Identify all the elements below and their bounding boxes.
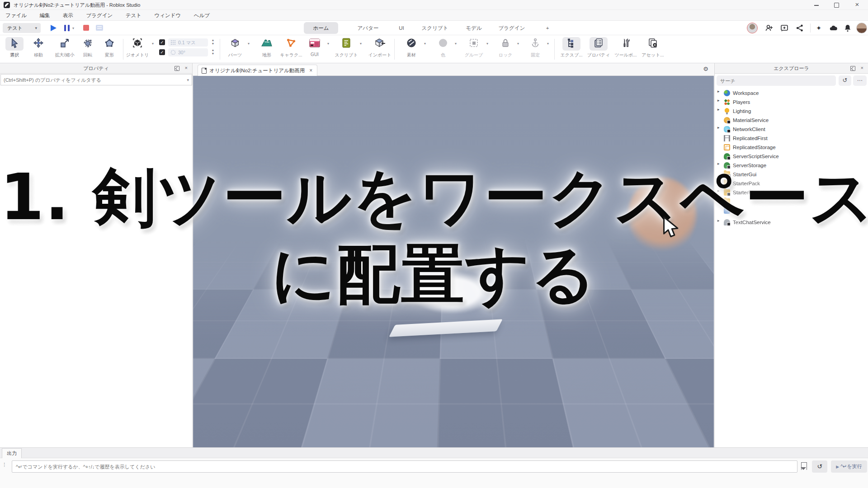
toggle-properties[interactable]: プロパティ [586,37,611,58]
tree-item-materialservice[interactable]: MaterialService [717,116,867,125]
test-mode-dropdown[interactable]: テスト ▾ [3,23,41,33]
menu-test[interactable]: テスト [120,10,147,21]
properties-filter-input[interactable] [1,75,192,85]
tool-terrain[interactable]: 地形 [254,37,279,58]
snap-rotate-stepper[interactable]: ▲▼ [211,48,215,56]
explorer-search-input[interactable] [717,75,836,86]
expand-arrow-icon[interactable]: ▸ [717,125,720,130]
geometry-chevron-down-icon[interactable]: ▾ [152,42,154,46]
record-avatar-icon[interactable] [747,23,758,33]
snap-move-checkbox[interactable]: ✓ [159,39,165,45]
script-chevron-down-icon[interactable]: ▾ [360,42,362,46]
tree-item-networkclient[interactable]: ▸ NetworkClient [717,125,867,134]
viewport-tab[interactable]: オリジナル剣No2:チュートリアル動画用 × [198,65,317,76]
output-tab[interactable]: 出力 [2,448,22,458]
tool-gui[interactable]: GUI [302,37,327,57]
notifications-bell-icon[interactable] [844,24,852,32]
ribbon-tab-script[interactable]: スクリプト [419,22,451,34]
command-input-box[interactable] [12,460,797,473]
tool-scale[interactable]: 拡大/縮小 [52,37,77,58]
tool-geometry[interactable]: ジオメトリ [125,37,150,58]
minimize-button[interactable] [807,0,826,10]
tool-character[interactable]: キャラク... [278,37,304,58]
tree-item-workspace[interactable]: ▸ Workspace [717,89,867,98]
ribbon-tab-avatar[interactable]: アバター [354,22,382,34]
cloud-icon[interactable] [829,24,837,32]
snap-rotate-checkbox[interactable]: ✓ [159,49,165,55]
close-button[interactable]: × [848,0,866,10]
3d-viewport[interactable] [193,76,714,447]
maximize-button[interactable] [827,0,845,10]
pause-button[interactable] [64,25,70,31]
command-history-icon[interactable]: ↺ [812,460,827,473]
toggle-asset-manager[interactable]: アセット... [640,37,665,58]
tree-item-serverscriptservice[interactable]: ServerScriptService [717,152,867,161]
tree-item-startergui[interactable]: StarterGui [717,170,867,179]
menu-view[interactable]: 表示 [57,10,79,21]
tree-item-replicatedstorage[interactable]: ReplicatedStorage [717,143,867,152]
expand-arrow-icon[interactable]: ▸ [717,89,720,94]
play-button[interactable] [51,25,57,31]
user-avatar[interactable] [856,23,867,33]
drag-handle-icon[interactable]: ⁞ [4,462,4,468]
search-history-icon[interactable]: ↺ [839,75,851,86]
ribbon-tab-model[interactable]: モデル [461,22,486,34]
menu-window[interactable]: ウィンドウ [149,10,187,21]
close-icon[interactable]: × [861,65,863,70]
part-chevron-down-icon[interactable]: ▾ [248,42,250,46]
tree-item-serverstorage[interactable]: ▸ ServerStorage [717,161,867,170]
explorer-search[interactable] [717,75,836,86]
filter-chevron-down-icon[interactable]: ▾ [187,78,189,82]
tree-item-starterpack[interactable]: ▸ StarterPack [717,179,867,188]
tool-transform[interactable]: 変形 [97,37,122,58]
stop-button[interactable] [83,25,89,31]
tree-item-lighting[interactable]: ▸ Lighting [717,107,867,116]
tree-item-textchatservice[interactable]: ▸ TextChatService [717,218,867,227]
undock-icon[interactable] [850,66,855,71]
tool-script[interactable]: スクリプト [334,37,359,58]
tool-part[interactable]: パーツ [222,37,248,58]
menu-edit[interactable]: 編集 [34,10,56,21]
snap-rotate-control[interactable]: 30° [168,48,213,56]
menu-help[interactable]: ヘルプ [189,10,215,21]
expand-arrow-icon[interactable]: ▸ [717,107,720,112]
ribbon-tab-add[interactable]: + [540,22,555,34]
close-icon[interactable]: × [185,65,188,70]
tool-move[interactable]: 移動 [26,37,51,58]
ribbon-tab-home[interactable]: ホーム [304,22,338,34]
gui-chevron-down-icon[interactable]: ▾ [327,42,329,46]
toggle-toolbox[interactable]: ツールボ... [613,37,638,58]
share-icon[interactable] [796,24,804,32]
material-chevron-down-icon[interactable]: ▾ [424,42,426,46]
menu-file[interactable]: ファイル [0,10,32,21]
more-options-icon[interactable]: … [853,75,867,86]
tree-item-starterplayer[interactable]: ▸ StarterPlayer [717,188,867,197]
toggle-explorer[interactable]: エクスプ... [559,37,584,58]
ribbon-tab-ui[interactable]: UI [392,22,410,34]
tree-item-obscured-2[interactable] [717,206,867,215]
command-input[interactable] [12,461,797,472]
assistant-sparkles-icon[interactable]: ✦ [815,24,823,32]
pause-chevron-down-icon[interactable]: ▾ [72,26,74,30]
expand-arrow-icon[interactable]: ▸ [717,161,720,166]
snap-move-stepper[interactable]: ▲▼ [211,38,215,47]
sword-tool-model[interactable] [409,271,495,314]
menu-plugins[interactable]: プラグイン [80,10,118,21]
run-command-button[interactable]: ▶^↵を実行 [831,460,867,473]
tree-item-replicatedfirst[interactable]: ReplicatedFirst [717,134,867,143]
bookmark-icon[interactable] [801,462,807,470]
snap-move-control[interactable]: 0.1 マス [168,38,213,47]
expand-arrow-icon[interactable]: ▸ [717,188,720,193]
properties-filter[interactable]: ▾ [0,74,192,85]
tab-close-icon[interactable]: × [309,67,312,74]
tree-item-players[interactable]: ▸ Players [717,98,867,107]
tool-select[interactable]: 選択 [2,37,27,58]
expand-arrow-icon[interactable]: ▸ [717,218,720,223]
undock-icon[interactable] [175,66,179,71]
collaborate-icon[interactable] [765,24,773,32]
feedback-icon[interactable] [780,24,788,32]
expand-arrow-icon[interactable]: ▸ [717,179,720,184]
ribbon-tab-plugins[interactable]: プラグイン [495,22,528,34]
tree-item-obscured-1[interactable] [717,197,867,206]
tool-material[interactable]: 素材 [399,37,424,58]
